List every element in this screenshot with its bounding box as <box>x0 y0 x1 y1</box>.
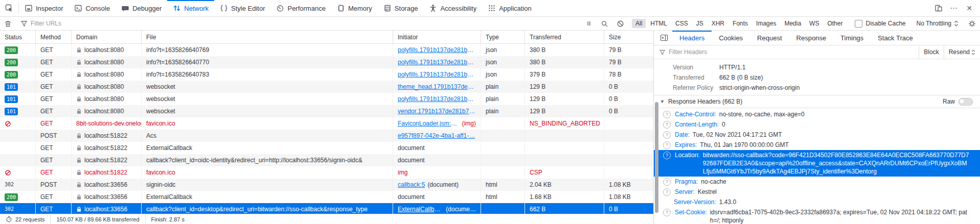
block-url-button[interactable]: Block <box>919 45 943 59</box>
request-row[interactable]: 200GETlocalhost:33656ExternalCallbackdoc… <box>0 191 653 203</box>
summary-row: Referrer Policystrict-origin-when-cross-… <box>654 83 980 93</box>
node-picker-button[interactable] <box>0 0 18 16</box>
detail-tab-request[interactable]: Request <box>750 31 789 45</box>
request-row[interactable]: GETlocalhost:51822callback?client_id=oid… <box>0 154 653 166</box>
resend-dropdown-button[interactable]: Resend <box>944 45 980 59</box>
detail-scrollbar-thumb[interactable] <box>655 102 658 213</box>
mdn-help-icon[interactable]: ? <box>663 141 671 149</box>
header-row[interactable]: ?Server:Kestrel <box>654 187 980 197</box>
filter-headers-input[interactable]: Filter Headers <box>654 48 919 56</box>
request-row[interactable]: GETlocalhost:51822favicon.icoimgCSP <box>0 166 653 179</box>
tab-console[interactable]: Console <box>69 0 116 16</box>
throttling-dropdown[interactable]: No Throttling <box>911 20 964 27</box>
filter-pill-fonts[interactable]: Fonts <box>729 19 751 28</box>
initiator-link[interactable]: polyfills.1791b137de281b787… <box>398 44 476 56</box>
raw-toggle[interactable] <box>959 98 973 106</box>
initiator-link[interactable]: polyfills.1791b137de281b787… <box>398 56 476 68</box>
header-row[interactable]: ?Content-Length:0 <box>654 119 980 130</box>
domain-cell: localhost:8080 <box>72 56 142 68</box>
request-row[interactable]: GETlocalhost:51822ExternalCallbackdocume… <box>0 142 653 154</box>
tab-application[interactable]: Application <box>482 0 537 16</box>
padlock-icon <box>76 96 82 102</box>
initiator-link[interactable]: FaviconLoader.jsm:191 <box>398 117 460 130</box>
column-header-file[interactable]: File <box>142 31 393 43</box>
request-row[interactable]: 200GETlocalhost:8080info?t=1635826640770… <box>0 56 653 68</box>
filter-pill-other[interactable]: Other <box>824 19 846 28</box>
clear-requests-button[interactable] <box>0 17 16 30</box>
mdn-help-icon[interactable]: ? <box>663 178 671 186</box>
filter-pill-media[interactable]: Media <box>781 19 805 28</box>
disable-cache-checkbox[interactable]: Disable Cache <box>850 20 910 28</box>
network-settings-button[interactable] <box>964 17 980 30</box>
filter-pill-ws[interactable]: WS <box>806 19 823 28</box>
response-headers-section-header[interactable]: ▼ Response Headers (662 B) Raw <box>654 95 980 108</box>
initiator-link[interactable]: callback:5 <box>398 179 425 191</box>
header-row[interactable]: ?Date:Tue, 02 Nov 2021 04:17:21 GMT <box>654 130 980 140</box>
request-row[interactable]: 101GETlocalhost:8080websockettheme_head.… <box>0 81 653 93</box>
tab-memory[interactable]: Memory <box>331 0 378 16</box>
devtools-menu-button[interactable]: ⋯ <box>947 2 961 14</box>
initiator-link[interactable]: ExternalCallback:5 <box>398 203 443 214</box>
request-row[interactable]: POSTlocalhost:51822Acse957f897-042e-4ba1… <box>0 130 653 142</box>
initiator-link[interactable]: polyfills.1791b137de281b787… <box>398 68 476 81</box>
detail-tab-stack-trace[interactable]: Stack Trace <box>871 31 920 45</box>
tab-debugger[interactable]: Debugger <box>116 0 167 16</box>
requests-summary[interactable]: 22 requests <box>0 214 50 224</box>
pause-traffic-button[interactable] <box>581 17 597 30</box>
detail-tab-timings[interactable]: Timings <box>833 31 871 45</box>
filter-pill-html[interactable]: HTML <box>647 19 671 28</box>
mdn-help-icon[interactable]: ? <box>663 111 671 118</box>
collapse-detail-panel-button[interactable] <box>654 31 672 45</box>
header-row[interactable]: ?Location:bitwarden://sso-callback?code=… <box>654 150 980 177</box>
header-row[interactable]: Server-Version:1.43.0 <box>654 197 980 207</box>
filter-pill-css[interactable]: CSS <box>672 19 692 28</box>
tab-inspector[interactable]: Inspector <box>19 0 69 16</box>
header-value: no-cache <box>701 178 726 186</box>
initiator-link[interactable]: e957f897-042e-4ba1-aff1-… <box>398 130 475 142</box>
filter-pill-xhr[interactable]: XHR <box>708 19 728 28</box>
filter-urls-input[interactable]: Filter URLs <box>16 17 581 30</box>
close-devtools-button[interactable]: ✕ <box>963 2 976 14</box>
file-cell: websocket <box>142 81 393 93</box>
tab-performance[interactable]: Performance <box>270 0 331 16</box>
mdn-help-icon[interactable]: ? <box>663 131 671 139</box>
initiator-link[interactable]: polyfills.1791b137de281b787… <box>398 93 476 105</box>
detail-tab-cookies[interactable]: Cookies <box>712 31 750 45</box>
header-row[interactable]: ?Expires:Thu, 01 Jan 1970 00:00:00 GMT <box>654 140 980 150</box>
header-row[interactable]: ?Cache-Control:no-store, no-cache, max-a… <box>654 109 980 119</box>
header-row[interactable]: ?Set-Cookie:idsrv=adf6cba1-7075-402b-9ec… <box>654 207 980 224</box>
request-row[interactable]: 302GETlocalhost:33656callback?client_id=… <box>0 203 653 214</box>
request-row[interactable]: 200GETlocalhost:8080info?t=1635826640769… <box>0 44 653 56</box>
detail-tab-response[interactable]: Response <box>789 31 834 45</box>
detail-tab-headers[interactable]: Headers <box>672 31 712 45</box>
search-requests-button[interactable] <box>597 17 612 30</box>
request-row[interactable]: 302POSTlocalhost:33656signin-oidccallbac… <box>0 179 653 191</box>
request-row[interactable]: GET8bit-solutions-dev.onelogin.…favicon.… <box>0 117 653 130</box>
request-row[interactable]: 101GETlocalhost:8080websocketvendor.1791… <box>0 105 653 117</box>
filter-pill-js[interactable]: JS <box>693 19 707 28</box>
mdn-help-icon[interactable]: ? <box>663 121 671 129</box>
responsive-design-mode-button[interactable] <box>932 2 945 14</box>
column-header-domain[interactable]: Domain <box>72 31 142 43</box>
request-row[interactable]: 200GETlocalhost:8080info?t=1635826640783… <box>0 68 653 81</box>
column-header-type[interactable]: Type <box>481 31 525 43</box>
initiator-link[interactable]: vendor.1791b137de281b787… <box>398 105 476 117</box>
tab-accessibility[interactable]: Accessibility <box>423 0 482 16</box>
filter-pill-images[interactable]: Images <box>753 19 780 28</box>
column-header-transferred[interactable]: Transferred <box>525 31 604 43</box>
block-requests-button[interactable] <box>612 17 628 30</box>
column-header-initiator[interactable]: Initiator <box>393 31 481 43</box>
filter-pill-all[interactable]: All <box>632 19 646 28</box>
request-row[interactable]: 101GETlocalhost:8080websocketpolyfills.1… <box>0 93 653 105</box>
mdn-help-icon[interactable]: ? <box>663 209 671 216</box>
mdn-help-icon[interactable]: ? <box>663 188 671 196</box>
header-row[interactable]: ?Pragma:no-cache <box>654 177 980 187</box>
column-header-size[interactable]: Size <box>604 31 653 43</box>
tab-network[interactable]: Network <box>167 0 214 16</box>
column-header-method[interactable]: Method <box>36 31 72 43</box>
tab-style-editor[interactable]: Style Editor <box>214 0 270 16</box>
tab-storage[interactable]: Storage <box>378 0 424 16</box>
column-header-status[interactable]: Status <box>0 31 36 43</box>
mdn-help-icon[interactable]: ? <box>663 152 671 159</box>
initiator-link[interactable]: theme_head.1791b137de281… <box>398 81 476 93</box>
